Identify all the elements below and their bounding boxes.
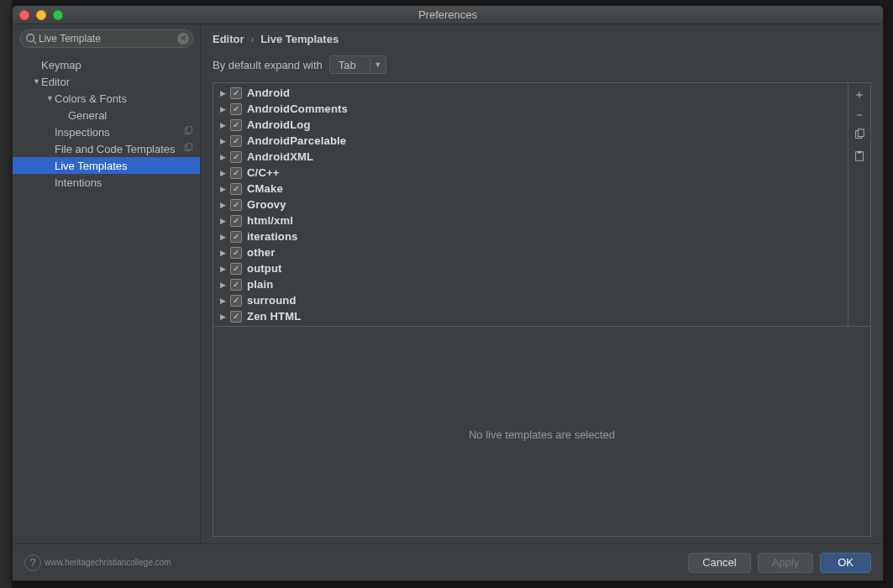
chevron-down-icon: ▼ (370, 60, 386, 69)
sidebar-item-keymap[interactable]: Keymap (13, 56, 200, 73)
template-checkbox[interactable]: ✓ (230, 279, 242, 291)
preferences-tree[interactable]: Keymap▼Editor▼Colors & FontsGeneralInspe… (13, 53, 200, 543)
template-checkbox[interactable]: ✓ (230, 151, 242, 163)
svg-point-0 (27, 34, 34, 42)
sidebar-item-colors-fonts[interactable]: ▼Colors & Fonts (13, 90, 200, 107)
titlebar[interactable]: Preferences (13, 6, 883, 24)
caret-right-icon: ▶ (220, 89, 230, 97)
template-checkbox[interactable]: ✓ (230, 199, 242, 211)
sidebar-item-general[interactable]: General (13, 107, 200, 123)
sidebar-item-label: Intentions (55, 176, 200, 189)
sidebar-item-file-and-code-templates[interactable]: File and Code Templates (13, 140, 200, 157)
template-group-row[interactable]: ▶✓Zen HTML (213, 308, 848, 324)
footer: ? www.heritagechristiancollege.com Cance… (13, 543, 883, 580)
cancel-button[interactable]: Cancel (688, 553, 750, 573)
expand-with-select[interactable]: Tab ▼ (329, 55, 386, 74)
template-group-name: C/C++ (247, 166, 280, 179)
add-template-button[interactable]: ＋ (854, 88, 865, 100)
template-checkbox[interactable]: ✓ (230, 87, 242, 99)
sidebar-item-editor[interactable]: ▼Editor (13, 73, 200, 90)
sidebar-item-inspections[interactable]: Inspections (13, 123, 200, 140)
minimize-window-button[interactable] (36, 10, 46, 20)
breadcrumb-parent: Editor (213, 33, 244, 45)
template-group-name: AndroidXML (247, 150, 313, 163)
template-group-name: plain (247, 278, 273, 291)
expand-with-row: By default expand with Tab ▼ (201, 52, 883, 82)
empty-state-text: No live templates are selected (469, 428, 615, 441)
template-checkbox[interactable]: ✓ (230, 311, 242, 323)
template-checkbox[interactable]: ✓ (230, 135, 242, 147)
expand-with-value: Tab (330, 59, 370, 71)
paste-template-button[interactable] (854, 150, 865, 164)
template-group-row[interactable]: ▶✓iterations (213, 228, 848, 244)
template-group-row[interactable]: ▶✓html/xml (213, 213, 848, 228)
template-group-row[interactable]: ▶✓AndroidXML (213, 149, 848, 165)
template-group-row[interactable]: ▶✓Android (213, 85, 848, 101)
svg-rect-3 (187, 127, 192, 134)
sidebar-item-label: Colors & Fonts (55, 92, 200, 105)
traffic-lights (19, 10, 63, 20)
template-group-row[interactable]: ▶✓surround (213, 292, 848, 308)
template-group-row[interactable]: ▶✓Groovy (213, 197, 848, 213)
expand-with-label: By default expand with (213, 59, 323, 71)
sidebar-item-label: File and Code Templates (55, 143, 200, 155)
search-field[interactable]: ✕ (19, 29, 193, 48)
template-checkbox[interactable]: ✓ (230, 295, 242, 307)
close-window-button[interactable] (19, 10, 29, 20)
ok-button[interactable]: OK (820, 553, 871, 573)
template-checkbox[interactable]: ✓ (230, 167, 242, 179)
svg-line-1 (34, 41, 37, 45)
template-group-row[interactable]: ▶✓AndroidParcelable (213, 133, 848, 149)
search-icon (25, 33, 37, 48)
svg-rect-9 (858, 151, 861, 154)
caret-right-icon: ▶ (220, 153, 230, 161)
template-group-row[interactable]: ▶✓CMake (213, 181, 848, 197)
caret-right-icon: ▶ (220, 169, 230, 177)
apply-button[interactable]: Apply (758, 553, 814, 573)
template-group-row[interactable]: ▶✓output (213, 260, 848, 276)
editor-gutter (0, 0, 12, 588)
template-group-name: AndroidComments (247, 102, 348, 115)
clear-search-icon[interactable]: ✕ (177, 33, 189, 45)
template-group-row[interactable]: ▶✓AndroidLog (213, 117, 848, 133)
resize-handle[interactable]: :::::: (213, 327, 871, 333)
copy-template-button[interactable] (854, 129, 865, 142)
template-checkbox[interactable]: ✓ (230, 183, 242, 195)
sidebar-item-intentions[interactable]: Intentions (13, 174, 200, 191)
zoom-window-button[interactable] (53, 10, 63, 20)
help-button[interactable]: ? (24, 554, 41, 571)
sidebar-item-live-templates[interactable]: Live Templates (13, 157, 200, 174)
caret-right-icon: ▶ (220, 233, 230, 241)
remove-template-button[interactable]: － (854, 108, 865, 120)
project-scope-icon (183, 126, 193, 138)
search-input[interactable] (39, 33, 174, 45)
template-checkbox[interactable]: ✓ (230, 119, 242, 131)
caret-right-icon: ▶ (220, 297, 230, 305)
sidebar-item-label: Live Templates (55, 160, 200, 172)
template-group-name: Android (247, 87, 290, 99)
template-group-name: output (247, 262, 282, 275)
template-group-name: AndroidLog (247, 118, 311, 131)
caret-right-icon: ▶ (220, 249, 230, 257)
caret-right-icon: ▶ (220, 137, 230, 145)
breadcrumb: Editor › Live Templates (201, 24, 883, 52)
caret-right-icon: ▶ (220, 217, 230, 225)
template-checkbox[interactable]: ✓ (230, 215, 242, 227)
template-group-list[interactable]: ▶✓Android▶✓AndroidComments▶✓AndroidLog▶✓… (213, 82, 848, 327)
template-group-row[interactable]: ▶✓other (213, 244, 848, 260)
template-checkbox[interactable]: ✓ (230, 247, 242, 259)
svg-rect-5 (187, 144, 192, 150)
template-group-name: CMake (247, 182, 283, 195)
main-panel: Editor › Live Templates By default expan… (201, 24, 883, 543)
svg-rect-7 (858, 129, 864, 137)
caret-right-icon: ▶ (220, 121, 230, 129)
template-group-row[interactable]: ▶✓plain (213, 276, 848, 292)
template-group-row[interactable]: ▶✓AndroidComments (213, 101, 848, 117)
template-group-row[interactable]: ▶✓C/C++ (213, 165, 848, 181)
template-group-name: html/xml (247, 214, 293, 227)
breadcrumb-child: Live Templates (260, 33, 339, 45)
window-title: Preferences (13, 6, 883, 24)
template-checkbox[interactable]: ✓ (230, 103, 242, 115)
template-checkbox[interactable]: ✓ (230, 263, 242, 275)
template-checkbox[interactable]: ✓ (230, 231, 242, 243)
